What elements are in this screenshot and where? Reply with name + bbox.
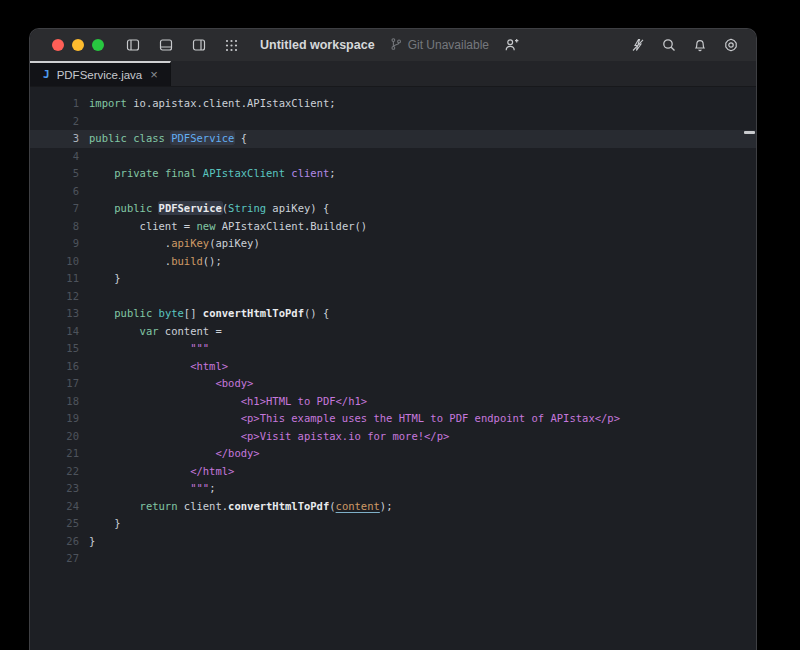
tab-close-button[interactable]: × — [149, 68, 159, 81]
performance-offline-button[interactable] — [627, 34, 649, 56]
code-text[interactable]: </html> — [89, 463, 234, 481]
line-number: 3 — [30, 130, 79, 148]
code-text[interactable]: var content = — [89, 323, 222, 341]
code-line[interactable]: 17 <body> — [30, 375, 756, 393]
code-line[interactable]: 5 private final APIstaxClient client; — [30, 165, 756, 183]
code-text[interactable]: </body> — [89, 445, 260, 463]
zap-slash-icon — [630, 37, 646, 53]
code-line[interactable]: 21 </body> — [30, 445, 756, 463]
code-text[interactable]: <body> — [89, 375, 253, 393]
code-line[interactable]: 11 } — [30, 270, 756, 288]
line-number: 14 — [30, 323, 79, 341]
line-number: 24 — [30, 498, 79, 516]
zoom-window-button[interactable] — [92, 39, 104, 51]
titlebar: Untitled workspace Git Unavailable — [30, 29, 756, 61]
code-line[interactable]: 26} — [30, 533, 756, 551]
search-button[interactable] — [658, 34, 680, 56]
code-line[interactable]: 6 — [30, 183, 756, 201]
code-text[interactable]: import io.apistax.client.APIstaxClient; — [89, 95, 336, 113]
code-text[interactable]: client = new APIstaxClient.Builder() — [89, 218, 367, 236]
line-number: 5 — [30, 165, 79, 183]
code-text[interactable]: """; — [89, 480, 215, 498]
code-line[interactable]: 22 </html> — [30, 463, 756, 481]
code-line[interactable]: 8 client = new APIstaxClient.Builder() — [30, 218, 756, 236]
editor-window: Untitled workspace Git Unavailable — [29, 28, 757, 650]
notifications-button[interactable] — [689, 34, 711, 56]
code-line[interactable]: 13 public byte[] convertHtmlToPdf() { — [30, 305, 756, 323]
code-line[interactable]: 18 <h1>HTML to PDF</h1> — [30, 393, 756, 411]
settings-button[interactable] — [720, 34, 742, 56]
line-number: 11 — [30, 270, 79, 288]
code-text[interactable]: .build(); — [89, 253, 222, 271]
code-text[interactable]: return client.convertHtmlToPdf(content); — [89, 498, 393, 516]
line-number: 22 — [30, 463, 79, 481]
line-number: 19 — [30, 410, 79, 428]
code-line[interactable]: 20 <p>Visit apistax.io for more!</p> — [30, 428, 756, 446]
workspace-menu[interactable]: Untitled workspace — [252, 36, 383, 54]
code-line[interactable]: 2 — [30, 113, 756, 131]
code-editor[interactable]: 1import io.apistax.client.APIstaxClient;… — [30, 87, 756, 650]
line-number: 1 — [30, 95, 79, 113]
code-line[interactable]: 9 .apiKey(apiKey) — [30, 235, 756, 253]
toggle-left-dock-button[interactable] — [122, 34, 144, 56]
code-line[interactable]: 24 return client.convertHtmlToPdf(conten… — [30, 498, 756, 516]
line-number: 15 — [30, 340, 79, 358]
search-icon — [661, 37, 677, 53]
gear-icon — [723, 37, 739, 53]
code-line[interactable]: 15 """ — [30, 340, 756, 358]
line-number: 25 — [30, 515, 79, 533]
scrollbar-cursor-marker — [744, 131, 755, 134]
tab-pdfservice-java[interactable]: J PDFService.java × — [30, 61, 171, 86]
code-text[interactable]: } — [89, 533, 95, 551]
code-text[interactable]: <p>Visit apistax.io for more!</p> — [89, 428, 449, 446]
code-line[interactable]: 4 — [30, 148, 756, 166]
line-number: 12 — [30, 288, 79, 306]
tab-bar: J PDFService.java × — [30, 61, 756, 87]
line-number: 20 — [30, 428, 79, 446]
code-text[interactable]: } — [89, 515, 121, 533]
toggle-bottom-dock-button[interactable] — [155, 34, 177, 56]
minimize-window-button[interactable] — [72, 39, 84, 51]
workspace-title: Untitled workspace — [260, 38, 375, 52]
close-window-button[interactable] — [52, 39, 64, 51]
code-text[interactable]: private final APIstaxClient client; — [89, 165, 336, 183]
code-line[interactable]: 23 """; — [30, 480, 756, 498]
line-number: 13 — [30, 305, 79, 323]
code-line[interactable]: 3public class PDFService { — [30, 130, 756, 148]
person-plus-icon — [504, 37, 520, 53]
line-number: 17 — [30, 375, 79, 393]
line-number: 9 — [30, 235, 79, 253]
code-line[interactable]: 12 — [30, 288, 756, 306]
git-status-button[interactable]: Git Unavailable — [383, 35, 495, 56]
code-line[interactable]: 1import io.apistax.client.APIstaxClient; — [30, 95, 756, 113]
code-text[interactable]: <html> — [89, 358, 228, 376]
code-text[interactable]: <h1>HTML to PDF</h1> — [89, 393, 367, 411]
invite-collaborator-button[interactable] — [501, 34, 523, 56]
code-text[interactable]: public byte[] convertHtmlToPdf() { — [89, 305, 329, 323]
line-number: 4 — [30, 148, 79, 166]
code-line[interactable]: 14 var content = — [30, 323, 756, 341]
app-menu-button[interactable] — [221, 34, 242, 56]
scrollbar[interactable] — [743, 87, 756, 650]
code-text[interactable]: <p>This example uses the HTML to PDF end… — [89, 410, 620, 428]
bell-icon — [692, 37, 708, 53]
code-text[interactable]: .apiKey(apiKey) — [89, 235, 260, 253]
line-number: 27 — [30, 550, 79, 568]
code-text[interactable]: } — [89, 270, 121, 288]
code-line[interactable]: 7 public PDFService(String apiKey) { — [30, 200, 756, 218]
code-line[interactable]: 16 <html> — [30, 358, 756, 376]
toggle-right-dock-button[interactable] — [188, 34, 210, 56]
grid-dots-icon — [224, 38, 239, 53]
bottom-panel-icon — [158, 37, 174, 53]
titlebar-right-actions — [627, 34, 742, 56]
code-text[interactable]: public PDFService(String apiKey) { — [89, 200, 329, 218]
code-text[interactable]: """ — [89, 340, 209, 358]
code-line[interactable]: 19 <p>This example uses the HTML to PDF … — [30, 410, 756, 428]
code-text[interactable]: public class PDFService { — [89, 130, 247, 148]
code-line[interactable]: 27 — [30, 550, 756, 568]
code-line[interactable]: 10 .build(); — [30, 253, 756, 271]
line-number: 7 — [30, 200, 79, 218]
code-line[interactable]: 25 } — [30, 515, 756, 533]
code-area[interactable]: 1import io.apistax.client.APIstaxClient;… — [30, 95, 756, 568]
traffic-lights — [52, 39, 104, 51]
